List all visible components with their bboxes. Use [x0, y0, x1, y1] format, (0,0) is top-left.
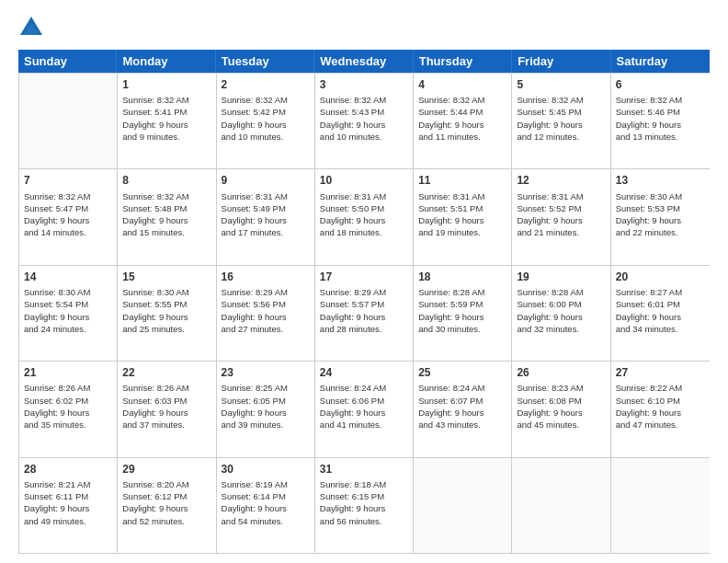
cell-details: Sunrise: 8:18 AMSunset: 6:15 PMDaylight:…: [320, 478, 408, 527]
calendar-cell: 31Sunrise: 8:18 AMSunset: 6:15 PMDayligh…: [315, 458, 414, 553]
day-number: 9: [222, 173, 310, 188]
day-number: 24: [320, 365, 408, 380]
page: SundayMondayTuesdayWednesdayThursdayFrid…: [0, 0, 728, 563]
cell-details: Sunrise: 8:32 AMSunset: 5:45 PMDaylight:…: [517, 94, 605, 143]
calendar-cell: 28Sunrise: 8:21 AMSunset: 6:11 PMDayligh…: [19, 458, 118, 553]
calendar: SundayMondayTuesdayWednesdayThursdayFrid…: [18, 50, 710, 554]
calendar-cell: 25Sunrise: 8:24 AMSunset: 6:07 PMDayligh…: [414, 362, 512, 456]
day-number: 6: [616, 77, 705, 92]
day-number: 22: [122, 365, 210, 380]
calendar-row: 14Sunrise: 8:30 AMSunset: 5:54 PMDayligh…: [19, 265, 710, 361]
calendar-cell: 24Sunrise: 8:24 AMSunset: 6:06 PMDayligh…: [315, 362, 414, 456]
cell-details: Sunrise: 8:30 AMSunset: 5:53 PMDaylight:…: [616, 190, 705, 239]
cell-details: Sunrise: 8:19 AMSunset: 6:14 PMDaylight:…: [222, 478, 310, 527]
calendar-cell: 26Sunrise: 8:23 AMSunset: 6:08 PMDayligh…: [512, 362, 610, 456]
cell-details: Sunrise: 8:28 AMSunset: 5:59 PMDaylight:…: [418, 286, 506, 335]
calendar-header: SundayMondayTuesdayWednesdayThursdayFrid…: [18, 50, 710, 73]
cell-details: Sunrise: 8:27 AMSunset: 6:01 PMDaylight:…: [616, 286, 705, 335]
calendar-cell: 22Sunrise: 8:26 AMSunset: 6:03 PMDayligh…: [118, 362, 216, 456]
cell-details: Sunrise: 8:29 AMSunset: 5:56 PMDaylight:…: [222, 286, 310, 335]
cell-details: Sunrise: 8:26 AMSunset: 6:03 PMDaylight:…: [122, 382, 210, 431]
cell-details: Sunrise: 8:30 AMSunset: 5:54 PMDaylight:…: [24, 286, 112, 335]
day-number: 7: [24, 173, 112, 188]
day-number: 26: [517, 365, 605, 380]
weekday-header: Sunday: [18, 50, 117, 73]
calendar-cell: 30Sunrise: 8:19 AMSunset: 6:14 PMDayligh…: [217, 458, 315, 553]
calendar-row: 28Sunrise: 8:21 AMSunset: 6:11 PMDayligh…: [19, 457, 710, 553]
logo-icon: [18, 15, 44, 40]
day-number: 1: [122, 77, 210, 92]
calendar-cell: 7Sunrise: 8:32 AMSunset: 5:47 PMDaylight…: [19, 169, 118, 264]
header: [18, 15, 710, 40]
cell-details: Sunrise: 8:22 AMSunset: 6:10 PMDaylight:…: [616, 382, 705, 431]
calendar-row: 21Sunrise: 8:26 AMSunset: 6:02 PMDayligh…: [19, 361, 710, 456]
cell-details: Sunrise: 8:24 AMSunset: 6:06 PMDaylight:…: [320, 382, 408, 431]
day-number: 3: [320, 77, 408, 92]
calendar-cell: 27Sunrise: 8:22 AMSunset: 6:10 PMDayligh…: [611, 362, 710, 456]
weekday-header: Tuesday: [216, 50, 314, 73]
day-number: 8: [122, 173, 210, 188]
cell-details: Sunrise: 8:26 AMSunset: 6:02 PMDaylight:…: [24, 382, 112, 431]
cell-details: Sunrise: 8:32 AMSunset: 5:46 PMDaylight:…: [616, 94, 705, 143]
day-number: 13: [616, 173, 705, 188]
calendar-cell: 2Sunrise: 8:32 AMSunset: 5:42 PMDaylight…: [217, 74, 315, 168]
day-number: 12: [517, 173, 605, 188]
calendar-cell: 3Sunrise: 8:32 AMSunset: 5:43 PMDaylight…: [315, 74, 414, 168]
day-number: 28: [24, 462, 112, 477]
day-number: 31: [320, 462, 408, 477]
cell-details: Sunrise: 8:29 AMSunset: 5:57 PMDaylight:…: [320, 286, 408, 335]
calendar-cell: 1Sunrise: 8:32 AMSunset: 5:41 PMDaylight…: [118, 74, 216, 168]
calendar-cell: [611, 458, 710, 553]
day-number: 29: [122, 462, 210, 477]
calendar-cell: 6Sunrise: 8:32 AMSunset: 5:46 PMDaylight…: [611, 74, 710, 168]
day-number: 14: [24, 270, 112, 284]
cell-details: Sunrise: 8:20 AMSunset: 6:12 PMDaylight:…: [122, 478, 210, 527]
cell-details: Sunrise: 8:32 AMSunset: 5:44 PMDaylight:…: [418, 94, 506, 143]
calendar-cell: 23Sunrise: 8:25 AMSunset: 6:05 PMDayligh…: [217, 362, 315, 456]
day-number: 2: [222, 77, 310, 92]
calendar-cell: 16Sunrise: 8:29 AMSunset: 5:56 PMDayligh…: [217, 266, 315, 361]
calendar-cell: 13Sunrise: 8:30 AMSunset: 5:53 PMDayligh…: [611, 169, 710, 264]
day-number: 5: [517, 77, 605, 92]
cell-details: Sunrise: 8:32 AMSunset: 5:42 PMDaylight:…: [222, 94, 310, 143]
calendar-cell: 9Sunrise: 8:31 AMSunset: 5:49 PMDaylight…: [217, 169, 315, 264]
calendar-cell: [414, 458, 512, 553]
calendar-cell: 11Sunrise: 8:31 AMSunset: 5:51 PMDayligh…: [414, 169, 512, 264]
cell-details: Sunrise: 8:28 AMSunset: 6:00 PMDaylight:…: [517, 286, 605, 335]
cell-details: Sunrise: 8:24 AMSunset: 6:07 PMDaylight:…: [418, 382, 506, 431]
calendar-cell: 20Sunrise: 8:27 AMSunset: 6:01 PMDayligh…: [611, 266, 710, 361]
calendar-cell: [512, 458, 610, 553]
day-number: 20: [616, 270, 705, 284]
day-number: 10: [320, 173, 408, 188]
logo: [18, 15, 48, 40]
calendar-cell: 19Sunrise: 8:28 AMSunset: 6:00 PMDayligh…: [512, 266, 610, 361]
weekday-header: Friday: [512, 50, 610, 73]
day-number: 27: [616, 365, 705, 380]
calendar-body: 1Sunrise: 8:32 AMSunset: 5:41 PMDaylight…: [18, 73, 710, 554]
calendar-cell: 5Sunrise: 8:32 AMSunset: 5:45 PMDaylight…: [512, 74, 610, 168]
calendar-cell: 18Sunrise: 8:28 AMSunset: 5:59 PMDayligh…: [414, 266, 512, 361]
calendar-cell: 4Sunrise: 8:32 AMSunset: 5:44 PMDaylight…: [414, 74, 512, 168]
calendar-cell: 29Sunrise: 8:20 AMSunset: 6:12 PMDayligh…: [118, 458, 216, 553]
day-number: 23: [222, 365, 310, 380]
calendar-cell: 10Sunrise: 8:31 AMSunset: 5:50 PMDayligh…: [315, 169, 414, 264]
day-number: 19: [517, 270, 605, 284]
calendar-cell: [19, 74, 118, 168]
cell-details: Sunrise: 8:25 AMSunset: 6:05 PMDaylight:…: [222, 382, 310, 431]
calendar-row: 7Sunrise: 8:32 AMSunset: 5:47 PMDaylight…: [19, 168, 710, 264]
cell-details: Sunrise: 8:32 AMSunset: 5:48 PMDaylight:…: [122, 190, 210, 239]
cell-details: Sunrise: 8:32 AMSunset: 5:47 PMDaylight:…: [24, 190, 112, 239]
calendar-cell: 12Sunrise: 8:31 AMSunset: 5:52 PMDayligh…: [512, 169, 610, 264]
cell-details: Sunrise: 8:31 AMSunset: 5:50 PMDaylight:…: [320, 190, 408, 239]
day-number: 16: [222, 270, 310, 284]
day-number: 18: [418, 270, 506, 284]
calendar-cell: 21Sunrise: 8:26 AMSunset: 6:02 PMDayligh…: [19, 362, 118, 456]
weekday-header: Monday: [117, 50, 215, 73]
cell-details: Sunrise: 8:32 AMSunset: 5:43 PMDaylight:…: [320, 94, 408, 143]
day-number: 25: [418, 365, 506, 380]
calendar-cell: 17Sunrise: 8:29 AMSunset: 5:57 PMDayligh…: [315, 266, 414, 361]
calendar-cell: 15Sunrise: 8:30 AMSunset: 5:55 PMDayligh…: [118, 266, 216, 361]
day-number: 17: [320, 270, 408, 284]
weekday-header: Thursday: [414, 50, 512, 73]
weekday-header: Saturday: [611, 50, 710, 73]
